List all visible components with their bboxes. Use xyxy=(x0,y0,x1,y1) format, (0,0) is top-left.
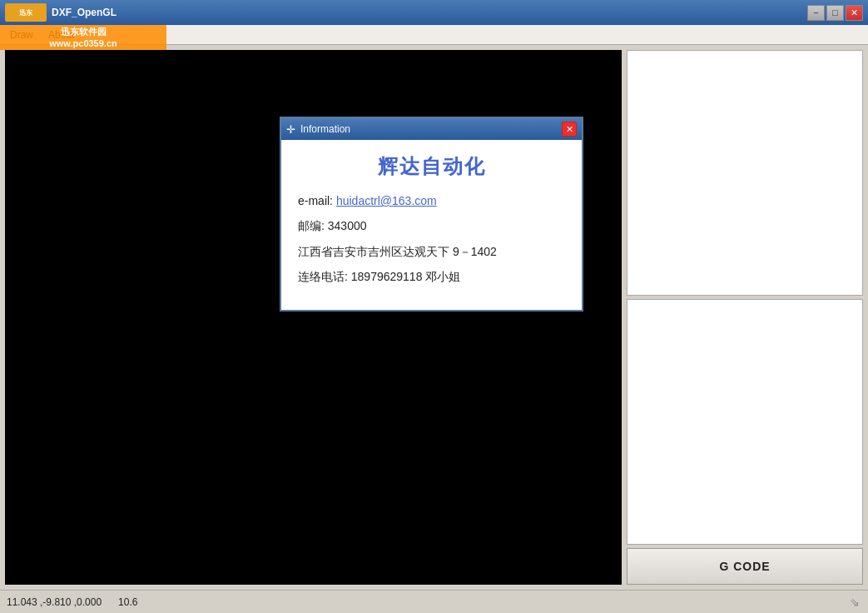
gcode-button[interactable]: G CODE xyxy=(627,548,863,585)
status-coordinates: 11.043 ,-9.810 ,0.000 xyxy=(7,596,102,608)
dialog-title-bar: ✛ Information ✕ xyxy=(281,118,582,140)
minimize-button[interactable]: − xyxy=(807,5,825,21)
main-content: ✛ Information ✕ 辉达自动化 e-mail: huidactrl@… xyxy=(0,45,868,590)
watermark: 迅东软件园 www.pc0359.cn xyxy=(0,25,166,50)
dialog-overlay: ✛ Information ✕ 辉达自动化 e-mail: huidactrl@… xyxy=(5,50,622,585)
address-text: 江西省吉安市吉州区达观天下 9－1402 xyxy=(298,245,497,258)
right-panel: G CODE xyxy=(627,45,868,590)
dialog-email-row: e-mail: huidactrl@163.com xyxy=(298,192,565,210)
postal-label: 邮编: xyxy=(298,219,328,232)
dialog-icon: ✛ xyxy=(286,123,295,136)
title-bar: 迅东 DXF_OpenGL − □ ✕ xyxy=(0,0,868,25)
information-dialog: ✛ Information ✕ 辉达自动化 e-mail: huidactrl@… xyxy=(280,117,583,311)
dialog-close-button[interactable]: ✕ xyxy=(562,122,577,137)
title-bar-left: 迅东 DXF_OpenGL xyxy=(5,3,117,22)
maximize-button[interactable]: □ xyxy=(826,5,844,21)
postal-code: 343000 xyxy=(328,219,367,232)
contact-phone: 18979629118 邓小姐 xyxy=(351,270,461,283)
window-controls: − □ ✕ xyxy=(807,5,863,21)
status-bar: 11.043 ,-9.810 ,0.000 10.6 ⇘ xyxy=(0,590,868,613)
email-link[interactable]: huidactrl@163.com xyxy=(336,194,437,207)
app-title: DXF_OpenGL xyxy=(52,7,117,18)
dialog-title-label: Information xyxy=(300,123,350,135)
dialog-body: 辉达自动化 e-mail: huidactrl@163.com 邮编: 3430… xyxy=(281,140,582,310)
dialog-company: 辉达自动化 xyxy=(298,153,565,180)
close-button[interactable]: ✕ xyxy=(846,5,863,21)
dialog-postal-row: 邮编: 343000 xyxy=(298,217,565,235)
dialog-contact-row: 连络电话: 18979629118 邓小姐 xyxy=(298,267,565,286)
canvas-area: ✛ Information ✕ 辉达自动化 e-mail: huidactrl@… xyxy=(5,50,622,585)
status-value: 10.6 xyxy=(118,596,137,608)
dialog-title-left: ✛ Information xyxy=(286,123,350,136)
app-logo: 迅东 xyxy=(5,3,47,22)
dialog-address-row: 江西省吉安市吉州区达观天下 9－1402 xyxy=(298,242,565,261)
email-label: e-mail: xyxy=(298,194,336,207)
right-bottom-box xyxy=(627,299,863,545)
contact-label: 连络电话: xyxy=(298,270,348,283)
right-top-box xyxy=(627,50,863,296)
watermark-line2: www.pc0359.cn xyxy=(49,37,117,49)
watermark-line1: 迅东软件园 xyxy=(49,26,117,37)
resize-handle[interactable]: ⇘ xyxy=(848,596,861,609)
